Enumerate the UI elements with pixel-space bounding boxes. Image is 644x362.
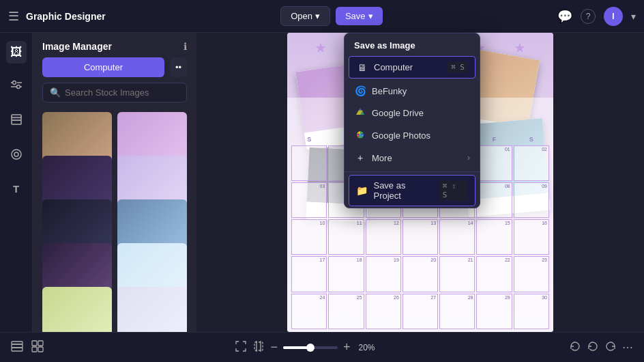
svg-rect-18 — [254, 342, 263, 350]
computer-save-kbd: ⌘ S — [448, 61, 468, 73]
image-grid — [33, 109, 196, 332]
svg-rect-6 — [12, 120, 21, 124]
sidebar-item-images[interactable]: 🖼 — [6, 41, 27, 64]
cal-day-cell: 16 — [514, 219, 549, 255]
rotate-left-icon[interactable] — [569, 340, 581, 355]
bottom-left — [11, 340, 44, 355]
left-panel: Image Manager ℹ Computer •• 🔍 — [33, 33, 196, 332]
cal-day-cell: 24 — [291, 294, 327, 329]
open-button[interactable]: Open ▾ — [280, 6, 330, 26]
google-drive-icon — [354, 107, 366, 119]
save-button[interactable]: Save ▾ — [336, 7, 383, 25]
layers-tool-icon[interactable] — [11, 340, 23, 355]
save-dropdown-menu: Save as Image 🖥 Computer ⌘ S 🌀 BeFunky G… — [344, 33, 480, 208]
svg-point-9 — [12, 150, 21, 159]
computer-button[interactable]: Computer — [42, 57, 164, 77]
more-save-label: More — [372, 153, 392, 163]
svg-rect-16 — [32, 347, 37, 352]
sidebar-item-shapes[interactable] — [6, 144, 27, 168]
computer-save-icon: 🖥 — [356, 62, 368, 73]
cal-day-cell: 08 — [476, 182, 512, 218]
cal-day-cell: 25 — [328, 294, 364, 329]
cal-day-header: S — [291, 135, 327, 144]
bottom-right: ⋯ — [569, 340, 633, 355]
undo-icon[interactable] — [587, 340, 599, 355]
expand-canvas-icon[interactable] — [235, 340, 247, 355]
save-befunky-item[interactable]: 🌀 BeFunky — [345, 80, 480, 102]
search-input[interactable] — [65, 87, 179, 98]
google-photos-label: Google Photos — [372, 130, 430, 141]
cal-day-cell: 17 — [291, 256, 327, 292]
save-more-item[interactable]: + More › — [345, 147, 480, 169]
computer-save-label: Computer — [374, 62, 413, 72]
google-drive-label: Google Drive — [372, 108, 424, 118]
panel-header: Image Manager ℹ — [33, 33, 196, 57]
more-icon[interactable]: ⋯ — [622, 341, 633, 354]
icon-sidebar: 🖼 T — [0, 33, 33, 332]
crop-icon[interactable] — [252, 340, 265, 355]
grid-tool-icon[interactable] — [31, 340, 44, 355]
avatar[interactable]: I — [604, 7, 623, 26]
cal-day-cell: 18 — [328, 256, 364, 292]
sidebar-item-text[interactable]: T — [9, 179, 23, 199]
svg-rect-12 — [12, 344, 23, 348]
svg-rect-17 — [38, 347, 43, 352]
cal-day-cell: 02 — [514, 145, 549, 181]
chat-icon[interactable]: 💬 — [557, 9, 572, 24]
cal-day-header: F — [476, 135, 512, 144]
more-options-button[interactable]: •• — [170, 57, 187, 77]
cal-day-cell: 10 — [291, 219, 327, 255]
dropdown-header: Save as Image — [345, 33, 480, 55]
cal-day-cell: 26 — [366, 294, 401, 329]
bottom-toolbar: − + 20% ⋯ — [0, 332, 644, 362]
sidebar-item-layers[interactable] — [6, 109, 27, 133]
befunky-label: BeFunky — [372, 86, 407, 96]
cal-day-cell: 27 — [402, 294, 438, 329]
cal-day-cell — [291, 145, 327, 181]
svg-point-10 — [14, 152, 18, 156]
dropdown-divider — [345, 171, 480, 172]
save-to-computer-item[interactable]: 🖥 Computer ⌘ S — [349, 56, 475, 79]
befunky-icon: 🌀 — [354, 85, 366, 96]
topbar-right: 💬 ? I ▾ — [557, 7, 636, 26]
search-bar: 🔍 — [42, 83, 187, 102]
bottom-center: − + 20% — [235, 340, 377, 355]
image-thumb-9[interactable] — [42, 287, 112, 332]
cal-day-cell: 15 — [476, 219, 512, 255]
cal-day-cell: 22 — [476, 256, 512, 292]
cal-day-cell: 19 — [366, 256, 401, 292]
svg-rect-13 — [12, 342, 23, 344]
topbar-center: Open ▾ Save ▾ — [280, 6, 382, 26]
cal-day-cell: 11 — [328, 219, 364, 255]
save-project-kbd: ⌘ ⇧ S — [439, 180, 468, 201]
more-arrow-icon: › — [467, 153, 470, 163]
zoom-minus-icon[interactable]: − — [270, 340, 278, 354]
redo-icon[interactable] — [604, 340, 617, 355]
cal-day-cell: 09 — [514, 182, 549, 218]
sidebar-item-filters[interactable] — [6, 74, 27, 98]
expand-icon[interactable]: ▾ — [631, 11, 636, 22]
hamburger-icon[interactable]: ☰ — [8, 9, 19, 24]
app-title: Graphic Designer — [26, 11, 106, 22]
save-google-drive-item[interactable]: Google Drive — [345, 102, 480, 124]
help-icon[interactable]: ? — [581, 9, 596, 24]
cal-day-cell: 28 — [439, 294, 475, 329]
save-as-project-item[interactable]: 📁 Save as Project ⌘ ⇧ S — [349, 175, 475, 206]
svg-rect-11 — [12, 348, 23, 351]
zoom-slider[interactable] — [283, 346, 338, 349]
panel-info-icon[interactable]: ℹ — [184, 41, 187, 52]
cal-day-cell: 03 — [291, 182, 327, 218]
save-google-photos-item[interactable]: Google Photos — [345, 124, 480, 147]
cal-day-cell: 23 — [514, 256, 549, 292]
cal-day-cell: 12 — [366, 219, 401, 255]
cal-day-cell: 20 — [402, 256, 438, 292]
cal-day-cell: 29 — [476, 294, 512, 329]
svg-point-0 — [12, 81, 16, 85]
zoom-plus-icon[interactable]: + — [343, 340, 351, 354]
topbar-left: ☰ Graphic Designer — [8, 9, 106, 24]
google-photos-icon — [354, 130, 366, 141]
image-thumb-10[interactable] — [117, 287, 187, 332]
cal-day-cell: 21 — [439, 256, 475, 292]
zoom-value: 20% — [356, 343, 378, 352]
project-save-icon: 📁 — [356, 185, 368, 196]
